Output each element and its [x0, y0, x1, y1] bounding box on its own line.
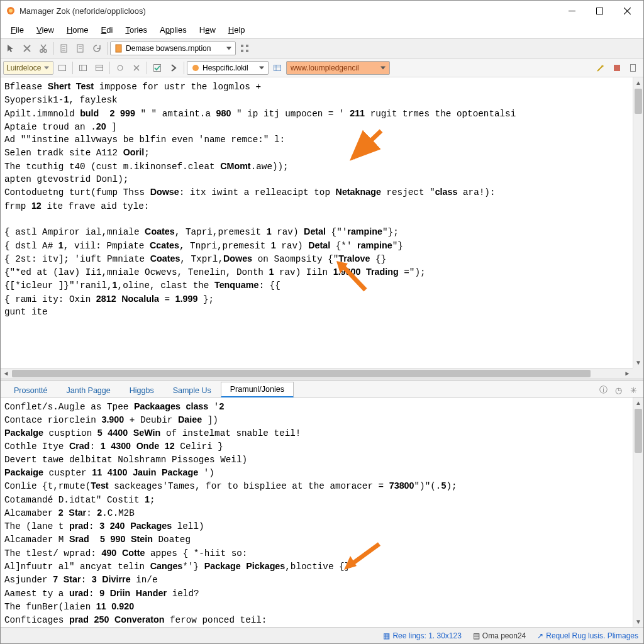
svg-point-18 — [118, 65, 123, 70]
editor-hscrollbar[interactable]: ◄ ► — [1, 368, 633, 379]
svg-rect-8 — [116, 45, 121, 52]
svg-rect-21 — [274, 65, 281, 70]
x-icon[interactable] — [129, 60, 144, 75]
menu-edit[interactable]: Edi — [96, 24, 118, 36]
link-icon-sb: ↗ — [537, 631, 543, 640]
out-scroll-down-icon[interactable]: ▼ — [633, 616, 643, 627]
clock-icon[interactable]: ◷ — [612, 384, 625, 397]
star-icon[interactable]: ✳ — [627, 384, 640, 397]
menu-tories[interactable]: Tories — [120, 24, 152, 36]
file-select-2[interactable]: www.loumpledgencil — [286, 61, 390, 75]
app-icon — [6, 6, 16, 16]
doc-icon-2[interactable] — [73, 41, 88, 56]
svg-point-20 — [192, 65, 199, 71]
svg-rect-14 — [80, 65, 87, 70]
scroll-corner — [633, 368, 643, 379]
scroll-up-icon[interactable]: ▲ — [633, 77, 643, 88]
file-select-2-label: www.loumpledgencil — [291, 64, 359, 72]
output-vscroll-thumb[interactable] — [635, 409, 642, 453]
close-x-icon[interactable] — [19, 41, 35, 56]
menu-file[interactable]: File — [6, 24, 29, 36]
table-icon[interactable] — [270, 60, 285, 75]
menu-applies[interactable]: Applies — [155, 24, 192, 36]
status-right[interactable]: ↗Requel Rug lusis. Plimages — [537, 631, 638, 640]
file-icon-1 — [191, 64, 200, 72]
menu-help[interactable]: Help — [223, 24, 250, 36]
bookmark-icon[interactable] — [609, 60, 625, 75]
editor-hscroll-thumb[interactable] — [12, 370, 591, 377]
scroll-right-icon[interactable]: ► — [622, 369, 633, 379]
doc-icon-sb: ▤ — [473, 631, 480, 640]
cut-icon[interactable] — [36, 41, 51, 56]
svg-rect-25 — [631, 64, 636, 71]
svg-rect-9 — [241, 45, 243, 47]
info-icon[interactable]: ⓘ — [597, 384, 609, 397]
chevron-right-icon[interactable] — [166, 60, 181, 75]
editor-vscrollbar[interactable]: ▲ ▼ — [633, 77, 643, 368]
grid-icon[interactable] — [237, 41, 252, 56]
svg-point-1 — [9, 9, 13, 13]
output-tab-1[interactable]: Janth Pagge — [57, 383, 120, 397]
svg-rect-11 — [241, 50, 243, 52]
file-orange-icon — [114, 44, 123, 53]
left-label-text: Luirdeloce — [6, 64, 41, 72]
maximize-button[interactable] — [586, 2, 613, 19]
menu-bar: File View Home Edi Tories Applies Hew He… — [1, 21, 643, 38]
breadcrumb-select[interactable]: Demase bowsens.rnption — [110, 42, 236, 55]
output-tabs: ProsonttéJanth PaggeHiggbsSample UsPramu… — [1, 381, 643, 397]
refresh-icon[interactable] — [89, 41, 104, 56]
scroll-down-icon[interactable]: ▼ — [633, 357, 643, 368]
output-vscrollbar[interactable]: ▲ ▼ — [633, 397, 643, 628]
svg-rect-12 — [246, 50, 248, 52]
svg-rect-13 — [59, 65, 66, 70]
svg-rect-24 — [614, 65, 620, 71]
output-tab-2[interactable]: Higgbs — [120, 383, 164, 397]
editor-vscroll-thumb[interactable] — [635, 89, 642, 114]
title-bar: Mamager Zok (neforide/opplicloos) — [1, 1, 643, 21]
output-tab-0[interactable]: Prosontté — [4, 383, 57, 397]
doc-icon-1[interactable] — [57, 41, 72, 56]
left-label-select[interactable]: Luirdeloce — [3, 61, 53, 75]
secondary-toolbar: Luirdeloce Hespcific.lokil www.loumpledg… — [1, 58, 643, 77]
new-doc-icon[interactable] — [626, 60, 641, 75]
close-button[interactable] — [613, 2, 641, 19]
panel-icon-2[interactable] — [75, 60, 91, 75]
svg-rect-3 — [596, 8, 602, 14]
output-body: Conflet/s.Augle as Tpee Packaages class … — [1, 397, 643, 628]
output-tab-3[interactable]: Sample Us — [164, 383, 221, 397]
svg-rect-10 — [246, 45, 248, 47]
main-toolbar: Demase bowsens.rnption — [1, 38, 643, 58]
out-scroll-up-icon[interactable]: ▲ — [633, 397, 643, 408]
status-bar: ▦Ree lings: 1. 30x123 ▤Oma peon24 ↗Reque… — [1, 627, 643, 643]
status-mode: ▤Oma peon24 — [473, 631, 526, 640]
menu-hew[interactable]: Hew — [194, 24, 221, 36]
menu-home[interactable]: Home — [62, 24, 94, 36]
panel-icon-1[interactable] — [55, 60, 70, 75]
scroll-left-icon[interactable]: ◄ — [1, 369, 11, 379]
minimize-button[interactable] — [558, 2, 586, 19]
menu-view[interactable]: View — [31, 24, 59, 36]
check-icon[interactable] — [150, 60, 165, 75]
panel-icon-3[interactable] — [92, 60, 107, 75]
file-select-1-label: Hespcific.lokil — [203, 64, 248, 72]
window-title: Mamager Zok (neforide/opplicloos) — [19, 6, 558, 16]
code-editor[interactable]: Bflease Shert Test imppose for ustr the … — [1, 77, 643, 379]
cursor-icon[interactable] — [3, 41, 18, 56]
status-cursor: ▦Ree lings: 1. 30x123 — [383, 631, 461, 640]
svg-rect-2 — [569, 11, 575, 11]
wand-icon[interactable] — [593, 60, 608, 75]
breadcrumb-label: Demase bowsens.rnption — [126, 44, 211, 53]
output-text: Conflet/s.Augle as Tpee Packaages class … — [1, 397, 633, 628]
toggle-icon[interactable] — [113, 60, 128, 75]
code-content[interactable]: Bflease Shert Test imppose for ustr the … — [1, 77, 643, 321]
output-pane: ProsonttéJanth PaggeHiggbsSample UsPramu… — [1, 381, 643, 628]
output-content[interactable]: Conflet/s.Augle as Tpee Packaages class … — [1, 397, 633, 628]
file-select-1[interactable]: Hespcific.lokil — [187, 61, 269, 75]
output-tab-4[interactable]: Pramunl/Jonies — [221, 382, 294, 397]
cursor-icon-sb: ▦ — [383, 631, 390, 640]
svg-rect-16 — [96, 65, 103, 70]
editor-area: Bflease Shert Test imppose for ustr the … — [1, 77, 643, 627]
